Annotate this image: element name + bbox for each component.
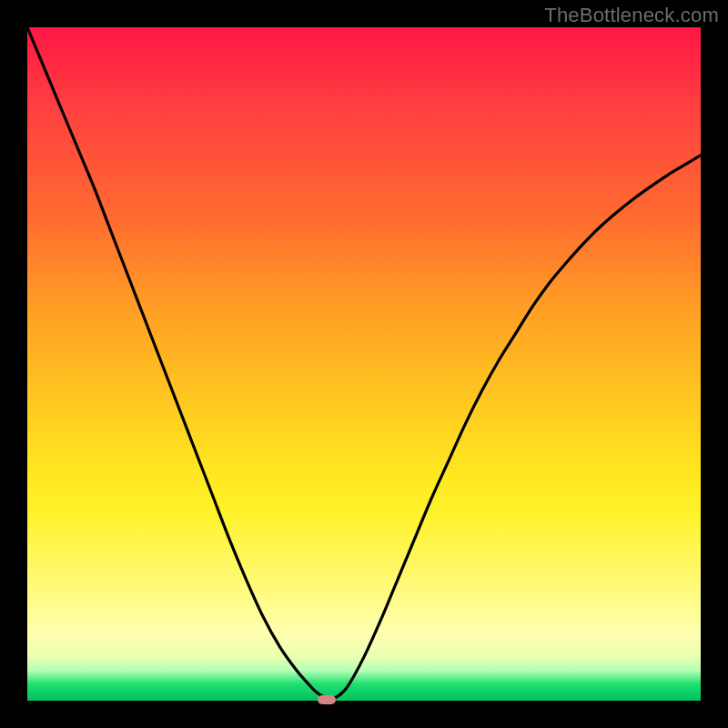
watermark-text: TheBottleneck.com — [544, 4, 719, 27]
bottleneck-curve — [27, 27, 701, 699]
curve-svg — [27, 27, 701, 701]
plot-area — [27, 27, 701, 701]
chart-frame: TheBottleneck.com — [0, 0, 728, 728]
min-marker — [318, 695, 336, 704]
